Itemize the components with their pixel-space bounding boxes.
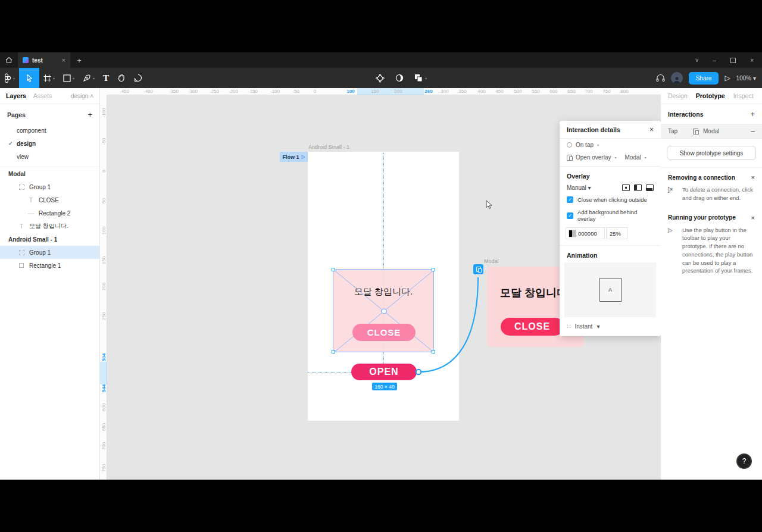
ruler-tick-label: 400	[477, 89, 485, 94]
page-dropdown[interactable]: design ˄	[71, 93, 93, 99]
remove-interaction-icon[interactable]: –	[751, 127, 755, 136]
page-item-view[interactable]: view	[0, 150, 99, 163]
page-item-component[interactable]: component	[0, 124, 99, 137]
ruler-tick-label: 150	[371, 89, 379, 94]
layer-row[interactable]: —Rectangle 2	[0, 206, 99, 220]
layer-row[interactable]: TCLOSE	[0, 193, 99, 206]
present-play-icon[interactable]: ▷	[724, 74, 730, 82]
add-interaction-icon[interactable]: +	[750, 109, 755, 118]
flow-play-icon[interactable]: ▷	[301, 154, 305, 159]
boolean-groups-button[interactable]: ▾	[410, 68, 431, 88]
modal-frame-name-label[interactable]: Modal	[484, 258, 499, 264]
edit-object-button[interactable]	[371, 68, 389, 88]
figma-menu-icon	[4, 73, 11, 83]
position-center-icon[interactable]	[622, 184, 630, 191]
overlay-color-field[interactable]: 000000	[566, 227, 605, 239]
checkbox-checked-icon[interactable]: ✓	[567, 196, 573, 203]
animation-preview-frame: A	[599, 278, 622, 302]
pen-tool-button[interactable]: ▾	[79, 68, 99, 88]
close-outside-checkbox-row[interactable]: ✓ Close when clicking outside	[560, 193, 661, 206]
mask-icon	[395, 74, 404, 82]
shape-tool-button[interactable]: ▾	[59, 68, 79, 88]
ruler-tick-label: 260	[424, 89, 432, 94]
frame-tool-icon	[43, 74, 51, 82]
ruler-tick-label: 200	[394, 89, 402, 94]
move-tool-button[interactable]	[19, 68, 39, 88]
window-close-icon[interactable]: ×	[750, 57, 754, 64]
home-button[interactable]	[0, 52, 18, 68]
modal-group-wireframe[interactable]: 모달 창입니다. CLOSE	[333, 269, 434, 352]
dismiss-tip-icon[interactable]: ×	[751, 174, 755, 181]
selection-handle[interactable]	[432, 268, 435, 271]
mask-button[interactable]	[391, 68, 408, 88]
layer-row[interactable]: #Android Small - 1	[0, 233, 99, 246]
line-layer-icon: —	[27, 209, 35, 217]
modal-text[interactable]: 모달 창입니다.	[333, 286, 433, 298]
shape-tool-icon	[63, 74, 71, 82]
tab-design[interactable]: Design	[668, 92, 688, 99]
tip-title: Running your prototype	[668, 214, 736, 221]
add-page-icon[interactable]: +	[88, 110, 92, 119]
interaction-row[interactable]: Tap Modal –	[661, 124, 762, 139]
position-bottom-icon[interactable]	[646, 184, 654, 191]
file-tab[interactable]: test ×	[18, 52, 70, 68]
popup-title: Interaction details	[567, 126, 620, 133]
ruler-horizontal: -450-400-350-300-250-200-150-100-5001001…	[107, 88, 661, 95]
popup-close-icon[interactable]: ×	[649, 126, 654, 134]
help-button[interactable]: ?	[736, 453, 752, 469]
trigger-dropdown[interactable]: On tap▾	[560, 139, 661, 151]
home-icon	[5, 57, 13, 64]
share-button[interactable]: Share	[689, 72, 719, 85]
layer-row[interactable]: Rectangle 1	[0, 259, 99, 272]
comment-tool-button[interactable]	[130, 68, 146, 88]
tab-layers[interactable]: Layers	[6, 92, 26, 99]
selection-handle[interactable]	[332, 268, 335, 271]
tab-close-icon[interactable]: ×	[62, 57, 65, 64]
selection-handle[interactable]	[332, 350, 335, 353]
remove-connection-icon: ]×	[668, 186, 677, 202]
avatar[interactable]	[671, 72, 683, 84]
text-tool-button[interactable]: T	[99, 68, 113, 88]
animation-type-dropdown[interactable]: ∷ Instant▾	[560, 318, 661, 334]
toolbar-right: Share ▷ 100% ▾	[656, 72, 762, 85]
main-menu-button[interactable]: ▾	[0, 68, 19, 88]
layer-row[interactable]: Group 1	[0, 246, 99, 259]
background-checkbox-row[interactable]: ✓ Add background behind overlay	[560, 206, 661, 225]
action-dropdown[interactable]: Open overlay	[576, 154, 611, 161]
flow-start-badge[interactable]: Flow 1 ▷	[280, 152, 308, 162]
target-dropdown[interactable]: Modal	[625, 154, 641, 161]
canvas[interactable]: -450-400-350-300-250-200-150-100-5001001…	[100, 88, 661, 480]
frame-tool-button[interactable]: ▾	[39, 68, 59, 88]
layer-row[interactable]: #Modal	[0, 167, 99, 180]
checkbox-checked-icon[interactable]: ✓	[567, 212, 573, 219]
modal-frame-text[interactable]: 모달 창입니다	[500, 286, 567, 300]
close-button-wireframe[interactable]: CLOSE	[352, 324, 416, 341]
dismiss-tip-icon[interactable]: ×	[751, 214, 755, 221]
modal-frame-close-button[interactable]: CLOSE	[501, 318, 564, 336]
open-button[interactable]: OPEN	[351, 364, 417, 380]
color-swatch[interactable]	[569, 230, 576, 237]
ruler-selection-band-horizontal	[357, 88, 424, 95]
position-dropdown[interactable]: Manual ▾	[567, 184, 591, 191]
tab-assets[interactable]: Assets	[33, 92, 52, 99]
tab-inspect[interactable]: Inspect	[733, 92, 754, 99]
zoom-level-dropdown[interactable]: 100% ▾	[736, 75, 756, 82]
hand-tool-button[interactable]	[113, 68, 130, 88]
headphones-icon[interactable]	[656, 74, 665, 82]
connection-overlay-badge[interactable]	[473, 264, 483, 274]
window-minimize-icon[interactable]: –	[713, 57, 717, 64]
overlay-opacity-field[interactable]: 25%	[606, 227, 627, 239]
layer-label: Group 1	[29, 184, 51, 190]
layer-row[interactable]: Group 1	[0, 180, 99, 193]
new-tab-button[interactable]: +	[70, 52, 88, 68]
tab-prototype[interactable]: Prototype	[696, 92, 725, 99]
page-item-design[interactable]: ✓design	[0, 137, 99, 150]
layer-row[interactable]: T모달 창입니다.	[0, 220, 99, 233]
window-restore-icon[interactable]	[730, 58, 736, 63]
window-collapse-icon[interactable]: ˅	[695, 57, 699, 64]
frame-name-label[interactable]: Android Small - 1	[308, 144, 349, 150]
show-prototype-settings-button[interactable]: Show prototype settings	[667, 146, 756, 160]
selection-handle[interactable]	[432, 350, 435, 353]
layer-label: CLOSE	[39, 197, 59, 204]
position-left-icon[interactable]	[634, 184, 642, 191]
